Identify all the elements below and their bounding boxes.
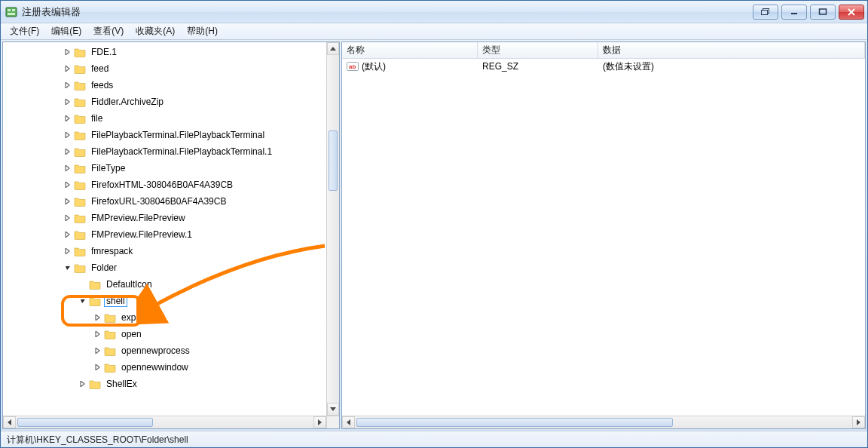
svg-rect-3 xyxy=(8,13,15,15)
window-buttons xyxy=(753,5,864,20)
tree-item[interactable]: FMPreview.FilePreview xyxy=(3,210,339,226)
tree-item-label: FDE.1 xyxy=(89,46,119,58)
expand-icon[interactable] xyxy=(63,197,72,206)
expand-icon[interactable] xyxy=(63,97,72,106)
expand-icon[interactable] xyxy=(63,180,72,189)
scroll-right-arrow[interactable] xyxy=(313,416,326,428)
expand-icon[interactable] xyxy=(63,230,72,239)
tree-body[interactable]: FDE.1feedfeedsFiddler.ArchiveZipfileFile… xyxy=(3,42,339,416)
folder-icon xyxy=(104,362,116,373)
statusbar: 计算机\HKEY_CLASSES_ROOT\Folder\shell xyxy=(1,431,867,447)
folder-icon xyxy=(74,180,86,190)
scroll-down-arrow[interactable] xyxy=(327,403,339,416)
value-name-cell: ab(默认) xyxy=(342,59,478,75)
tree-item-label: open xyxy=(119,328,144,340)
string-value-icon: ab xyxy=(347,61,359,72)
content-area: FDE.1feedfeedsFiddler.ArchiveZipfileFile… xyxy=(1,40,867,431)
tree-item[interactable]: file xyxy=(3,110,339,127)
tree-item[interactable]: FirefoxURL-308046B0AF4A39CB xyxy=(3,193,339,210)
expand-icon[interactable] xyxy=(93,330,102,339)
expand-icon[interactable] xyxy=(93,313,102,322)
collapse-icon[interactable] xyxy=(78,296,87,305)
tree-item-label: ShellEx xyxy=(104,378,139,390)
tree-item[interactable]: DefaultIcon xyxy=(3,276,339,293)
tree-horizontal-scrollbar[interactable] xyxy=(3,416,326,428)
tree-item-label: FileType xyxy=(89,162,127,174)
values-header: 名称 类型 数据 xyxy=(342,42,865,59)
tree-item[interactable]: fmrespack xyxy=(3,243,339,259)
expand-icon[interactable] xyxy=(93,363,102,372)
col-name[interactable]: 名称 xyxy=(342,42,478,58)
expand-icon[interactable] xyxy=(63,114,72,123)
menu-help[interactable]: 帮助(H) xyxy=(181,23,224,39)
tree-item[interactable]: FMPreview.FilePreview.1 xyxy=(3,226,339,243)
tree-item[interactable]: FirefoxHTML-308046B0AF4A39CB xyxy=(3,176,339,193)
folder-icon xyxy=(74,97,86,107)
menu-view[interactable]: 查看(V) xyxy=(87,23,130,39)
expand-icon[interactable] xyxy=(63,130,72,140)
expand-icon[interactable] xyxy=(63,164,72,173)
value-row[interactable]: ab(默认)REG_SZ(数值未设置) xyxy=(342,59,865,74)
tree-item[interactable]: shell xyxy=(3,293,339,309)
tree-item[interactable]: explore xyxy=(3,309,339,326)
expand-icon[interactable] xyxy=(63,247,72,256)
expand-icon[interactable] xyxy=(93,346,102,355)
scroll-thumb[interactable] xyxy=(356,418,673,427)
tree-item[interactable]: FDE.1 xyxy=(3,44,339,60)
folder-icon xyxy=(74,47,86,57)
tree-item[interactable]: opennewwindow xyxy=(3,359,339,376)
close-button[interactable] xyxy=(839,5,864,20)
tree-item[interactable]: feed xyxy=(3,60,339,77)
tree-item[interactable]: FilePlaybackTerminal.FilePlaybackTermina… xyxy=(3,143,339,160)
scroll-right-arrow[interactable] xyxy=(852,416,865,428)
scroll-left-arrow[interactable] xyxy=(3,416,16,428)
menu-favorites[interactable]: 收藏夹(A) xyxy=(130,23,181,39)
tree-item-label: FilePlaybackTerminal.FilePlaybackTermina… xyxy=(89,146,274,158)
tree-vertical-scrollbar[interactable] xyxy=(326,42,339,416)
svg-rect-5 xyxy=(762,10,768,14)
tree-item[interactable]: opennewprocess xyxy=(3,342,339,359)
expand-icon[interactable] xyxy=(78,379,87,388)
tree-item[interactable]: feeds xyxy=(3,77,339,94)
svg-rect-1 xyxy=(8,9,11,11)
tree-item[interactable]: open xyxy=(3,326,339,342)
restore-down-button[interactable] xyxy=(753,5,778,20)
scroll-left-arrow[interactable] xyxy=(342,416,355,428)
tree-item[interactable]: ShellEx xyxy=(3,376,339,392)
menubar: 文件(F) 编辑(E) 查看(V) 收藏夹(A) 帮助(H) xyxy=(1,23,867,40)
tree-item[interactable]: FileType xyxy=(3,160,339,176)
registry-editor-window: 注册表编辑器 文件(F) 编辑(E) 查看(V) 收藏夹(A) 帮助(H) xyxy=(0,0,868,448)
values-body[interactable]: ab(默认)REG_SZ(数值未设置) xyxy=(342,59,865,416)
folder-icon xyxy=(74,213,86,223)
window-title: 注册表编辑器 xyxy=(22,5,753,19)
tree-item[interactable]: FilePlaybackTerminal.FilePlaybackTermina… xyxy=(3,127,339,143)
expand-icon[interactable] xyxy=(63,48,72,57)
tree-item-label: Fiddler.ArchiveZip xyxy=(89,96,166,108)
expand-icon[interactable] xyxy=(63,64,72,73)
menu-file[interactable]: 文件(F) xyxy=(4,23,45,39)
folder-icon xyxy=(74,63,86,74)
tree-pane: FDE.1feedfeedsFiddler.ArchiveZipfileFile… xyxy=(2,41,340,429)
minimize-button[interactable] xyxy=(781,5,807,20)
collapse-icon[interactable] xyxy=(63,263,72,272)
values-horizontal-scrollbar[interactable] xyxy=(342,416,865,428)
svg-rect-7 xyxy=(820,9,827,14)
tree-item[interactable]: Fiddler.ArchiveZip xyxy=(3,94,339,110)
scroll-thumb[interactable] xyxy=(329,130,338,191)
menu-edit[interactable]: 编辑(E) xyxy=(45,23,87,39)
folder-icon xyxy=(104,329,116,339)
expand-icon[interactable] xyxy=(63,81,72,90)
tree-item[interactable]: Folder xyxy=(3,259,339,276)
col-type[interactable]: 类型 xyxy=(478,42,598,58)
folder-icon xyxy=(74,229,86,240)
scroll-thumb[interactable] xyxy=(17,418,153,427)
expand-icon[interactable] xyxy=(63,147,72,156)
maximize-button[interactable] xyxy=(810,5,836,20)
expand-icon[interactable] xyxy=(63,213,72,222)
folder-icon xyxy=(74,196,86,207)
folder-icon xyxy=(74,130,86,140)
scroll-up-arrow[interactable] xyxy=(327,42,339,55)
svg-rect-2 xyxy=(12,9,15,11)
col-data[interactable]: 数据 xyxy=(598,42,865,58)
regedit-icon xyxy=(5,6,17,18)
